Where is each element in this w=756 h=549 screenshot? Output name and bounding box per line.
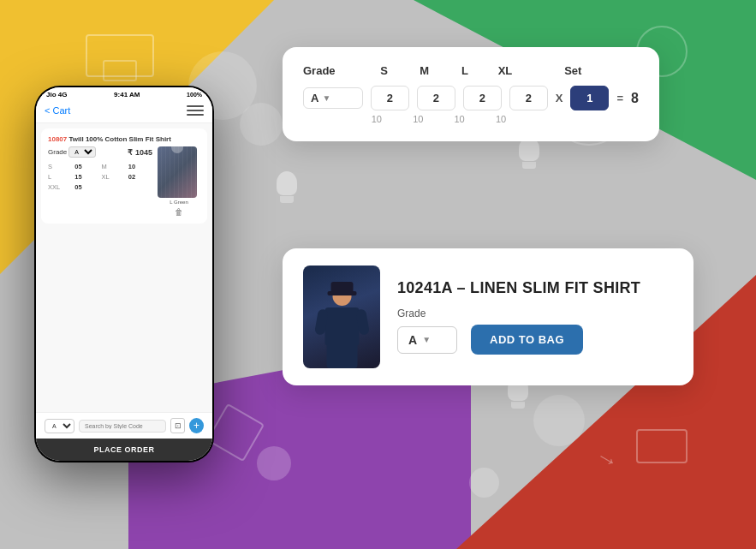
size-l-label: L: [48, 173, 72, 181]
grade-table-card: Grade S M L XL Set A ▼ 2 2 2 2 X 1 = 8 1…: [283, 47, 659, 141]
place-order-button[interactable]: PLACE ORDER: [36, 439, 212, 461]
add-to-bag-button[interactable]: ADD TO BAG: [471, 325, 583, 355]
grade-sub-row: 10 10 10 10: [303, 114, 639, 124]
trash-icon[interactable]: 🗑: [158, 207, 200, 217]
footer-grade-select[interactable]: A B: [45, 419, 74, 433]
dropdown-arrow-icon: ▼: [422, 335, 431, 344]
result-value: 8: [631, 91, 639, 106]
size-xxl-val: 05: [74, 183, 98, 191]
product-controls: A ▼ ADD TO BAG: [397, 325, 673, 355]
size-s-val: 05: [74, 163, 98, 170]
col-xl-header: XL: [486, 64, 525, 77]
cart-sizes: S 05 M 10 L 15 XL 02 XXL 05: [48, 163, 152, 191]
grade-select[interactable]: A ▼: [303, 87, 363, 109]
product-info: 10241A – LINEN SLIM FIT SHIRT Grade A ▼ …: [397, 279, 673, 355]
grade-arrow-icon: ▼: [322, 93, 330, 103]
item-sku: 10807: [48, 135, 68, 143]
size-xxl-label: XXL: [48, 183, 72, 191]
size-xl-label: XL: [102, 173, 126, 181]
phone-status-bar: Jio 4G 9:41 AM 100%: [36, 87, 212, 100]
deco-circle-4: [533, 395, 585, 446]
col-l-header: L: [445, 64, 484, 77]
deco-circle-2: [240, 103, 283, 146]
size-s-label: S: [48, 163, 72, 170]
person-pants: [326, 346, 357, 368]
item-name: Twill 100% Cotton Slim Fit Shirt: [68, 135, 170, 143]
cart-item-details: Grade A B C ₹ 1045: [48, 146, 152, 217]
cart-price: ₹ 1045: [128, 148, 152, 157]
grade-values-row: A ▼ 2 2 2 2 X 1 = 8: [303, 86, 639, 110]
product-grade-value: A: [408, 333, 417, 347]
set-qty-box[interactable]: 1: [570, 86, 609, 110]
person-body: [324, 307, 359, 346]
grade-value: A: [311, 92, 318, 104]
col-grade-header: Grade: [303, 64, 363, 77]
phone-screen: Jio 4G 9:41 AM 100% < Cart: [36, 87, 212, 461]
time-label: 9:41 AM: [114, 91, 140, 98]
cart-grade-select[interactable]: Grade A B C: [48, 146, 96, 158]
m-qty-box[interactable]: 2: [417, 86, 455, 110]
product-name: 10241A – LINEN SLIM FIT SHIRT: [397, 279, 673, 297]
grade-dropdown-sm[interactable]: A B C: [68, 146, 96, 158]
person-head: [332, 287, 351, 306]
col-s-header: S: [365, 64, 403, 77]
grade-label: Grade: [48, 148, 67, 156]
bulb-1: [274, 171, 300, 206]
camera-button[interactable]: ⊡: [170, 418, 185, 433]
product-grade-label: Grade: [397, 307, 673, 319]
col-m-header: M: [405, 64, 443, 77]
doodle-rect-2: [103, 60, 137, 81]
battery-info: 100%: [187, 92, 202, 98]
person-figure: [318, 287, 366, 368]
l-qty-box[interactable]: 2: [463, 86, 502, 110]
m-sub-num: 10: [399, 114, 438, 124]
size-m-label: M: [102, 163, 126, 170]
product-grade-dropdown[interactable]: A ▼: [397, 326, 457, 354]
battery-label: 100%: [187, 92, 202, 98]
product-card: 10241A – LINEN SLIM FIT SHIRT Grade A ▼ …: [283, 248, 693, 385]
xl-qty-box[interactable]: 2: [509, 86, 548, 110]
grade-table-header: Grade S M L XL Set: [303, 64, 639, 77]
back-button[interactable]: < Cart: [45, 105, 70, 116]
phone-header: < Cart: [36, 100, 212, 123]
xl-sub-num: 10: [482, 114, 521, 124]
s-sub-num: 10: [357, 114, 396, 124]
phone-frame: Jio 4G 9:41 AM 100% < Cart: [34, 86, 214, 462]
cart-item-title: 10807 Twill 100% Cotton Slim Fit Shirt: [48, 135, 200, 143]
img-color-label: L Green: [158, 200, 200, 205]
cart-item: 10807 Twill 100% Cotton Slim Fit Shirt G…: [41, 128, 207, 224]
x-label: X: [556, 92, 563, 104]
person-arm-right: [354, 308, 369, 336]
phone-mockup: Jio 4G 9:41 AM 100% < Cart: [34, 86, 214, 462]
product-image: [303, 266, 380, 368]
cart-grade-row: Grade A B C ₹ 1045: [48, 146, 152, 158]
l-sub-num: 10: [440, 114, 479, 124]
s-qty-box[interactable]: 2: [371, 86, 409, 110]
doodle-rect-3: [636, 429, 688, 463]
person-hat: [330, 282, 353, 292]
back-label: < Cart: [45, 105, 70, 116]
shirt-pattern: [158, 146, 197, 198]
size-m-val: 10: [128, 163, 152, 170]
shirt-thumbnail: [158, 146, 197, 198]
carrier-label: Jio 4G: [46, 91, 67, 98]
search-input[interactable]: [79, 420, 166, 433]
filter-icon[interactable]: [187, 104, 204, 117]
equals-label: =: [616, 92, 623, 104]
deco-circle-3: [257, 446, 291, 480]
deco-circle-5: [469, 468, 499, 498]
add-button[interactable]: +: [189, 418, 204, 433]
bulb-4: [516, 137, 542, 171]
cart-item-body: Grade A B C ₹ 1045: [48, 146, 200, 217]
cart-item-image: L Green 🗑: [158, 146, 200, 217]
size-xl-val: 02: [128, 173, 152, 181]
phone-body: 10807 Twill 100% Cotton Slim Fit Shirt G…: [36, 123, 212, 412]
col-set-header: Set: [554, 64, 592, 77]
person-arm-left: [313, 308, 328, 336]
size-l-val: 15: [74, 173, 98, 181]
phone-footer: A B ⊡ +: [36, 412, 212, 439]
